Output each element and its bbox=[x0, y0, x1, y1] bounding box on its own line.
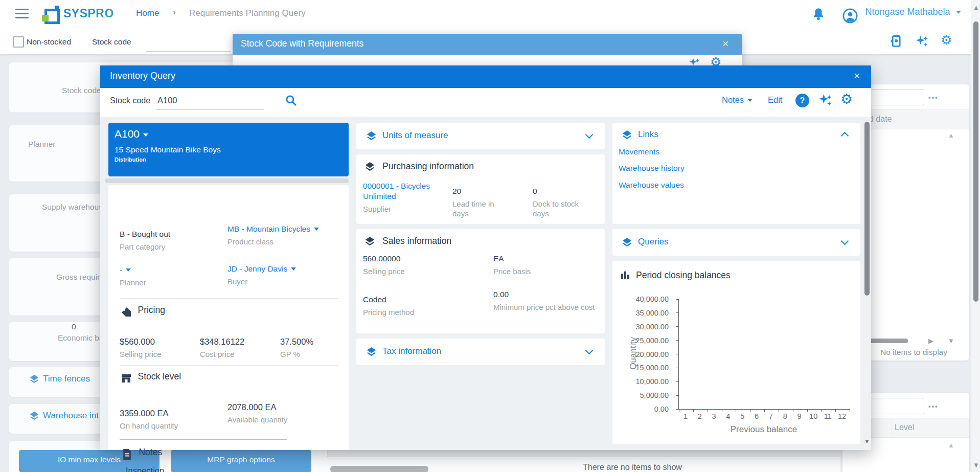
chevron-up-icon[interactable] bbox=[841, 132, 849, 140]
breadcrumb-chevron-icon: › bbox=[173, 7, 176, 17]
ai-sparkles-icon[interactable] bbox=[914, 34, 929, 51]
stock-code-requirements-toolbar-sliver: ⚙ bbox=[233, 55, 742, 65]
grid1-scroll-up-icon[interactable]: ▲ bbox=[948, 132, 954, 139]
price-basis-value: EA bbox=[493, 254, 531, 264]
notes-menu-button[interactable]: Notes bbox=[722, 95, 753, 105]
modal-scrollbar-thumb[interactable] bbox=[864, 122, 870, 296]
notification-bell-icon[interactable] bbox=[812, 7, 825, 24]
grid1-empty-text: No items to display bbox=[880, 348, 947, 357]
left-panel-horizontal-scrollbar[interactable] bbox=[105, 178, 349, 183]
edit-button[interactable]: Edit bbox=[768, 95, 782, 105]
pricing-method-value: Coded bbox=[363, 295, 414, 305]
modal-scrollbar[interactable]: ▼ bbox=[864, 118, 870, 449]
supplier-link[interactable]: 0000001 - Bicycles Unlimited bbox=[363, 181, 435, 201]
stock-code-filter-input[interactable] bbox=[146, 51, 231, 52]
stock-code-requirements-titlebar[interactable]: Stock Code with Requirements × bbox=[233, 34, 742, 55]
min-price-pct-label: Minimum price pct above cost bbox=[493, 302, 598, 312]
ai-sparkles-icon[interactable] bbox=[688, 56, 701, 65]
tax-info-card[interactable]: Tax information bbox=[356, 339, 605, 365]
page-scrollbar-thumb[interactable] bbox=[973, 21, 978, 302]
modal-stock-code-label: Stock code bbox=[110, 96, 150, 105]
inventory-query-title: Inventory Query bbox=[110, 71, 175, 81]
settings-gear-icon[interactable]: ⚙ bbox=[941, 34, 952, 47]
help-icon[interactable]: ? bbox=[795, 94, 809, 107]
price-basis-label: Price basis bbox=[493, 266, 531, 276]
gp-percent-label: GP % bbox=[280, 349, 313, 359]
modal-scroll-down-icon[interactable]: ▼ bbox=[864, 438, 870, 445]
warehouse-values-link[interactable]: Warehouse values bbox=[619, 181, 684, 190]
warehouse-history-link[interactable]: Warehouse history bbox=[619, 164, 685, 173]
user-caret-down-icon bbox=[956, 11, 961, 14]
grid1-scroll-down-icon[interactable]: ▼ bbox=[948, 338, 954, 344]
close-icon[interactable]: × bbox=[854, 70, 860, 82]
units-of-measure-card[interactable]: Units of measure bbox=[356, 123, 605, 149]
chart-y-tick: 5,000.00 bbox=[640, 391, 669, 399]
movements-link[interactable]: Movements bbox=[619, 147, 659, 156]
grid2-scroll-up-icon[interactable]: ▲ bbox=[948, 442, 954, 448]
breadcrumb-current: Requirements Planning Query bbox=[189, 8, 306, 18]
layers-icon bbox=[366, 130, 377, 144]
selling-price-value: $560.000 bbox=[120, 336, 162, 347]
dock-to-stock-value: 0 bbox=[533, 186, 597, 196]
cost-price-label: Cost price bbox=[200, 349, 244, 359]
modal-stock-code-value: A100 bbox=[157, 96, 177, 105]
on-hand-qty-value: 3359.000 EA bbox=[120, 408, 178, 418]
grid2-ellipsis-button[interactable]: ••• bbox=[928, 402, 939, 410]
search-icon[interactable] bbox=[284, 94, 298, 109]
modal-stock-code-input[interactable] bbox=[155, 109, 264, 109]
ai-sparkles-icon[interactable] bbox=[817, 92, 833, 110]
item-details-card: B - Bought out Part category MB - Mounta… bbox=[108, 185, 349, 450]
syspro-logo-text: SYSPRO bbox=[63, 7, 114, 20]
non-stocked-label: Non-stocked bbox=[27, 37, 71, 47]
item-summary-card[interactable]: A100 15 Speed Mountain Bike Boys Distrib… bbox=[108, 123, 349, 176]
chart-x-tick: 8 bbox=[778, 412, 792, 420]
chart-y-tick: 25,000.00 bbox=[635, 336, 669, 345]
user-menu[interactable]: Ntongase Mathabela bbox=[842, 7, 961, 26]
item-code-value: A100 bbox=[115, 128, 140, 140]
bg-economic-batch-value: 0 bbox=[72, 322, 76, 331]
inventory-query-titlebar[interactable]: Inventory Query × bbox=[100, 65, 871, 88]
selling-price-label: Selling price bbox=[120, 349, 162, 359]
period-closing-balances-card: Period closing balances 0.005,000.0010,0… bbox=[612, 261, 860, 444]
sales-info-title: Sales information bbox=[382, 236, 451, 246]
chart-x-tick: 10 bbox=[806, 412, 821, 420]
settings-gear-icon[interactable]: ⚙ bbox=[710, 56, 721, 65]
close-icon[interactable]: × bbox=[722, 37, 728, 50]
pricing-title: Pricing bbox=[138, 305, 165, 315]
grid1-scroll-right-icon[interactable]: ▶ bbox=[928, 338, 933, 344]
inspection-item[interactable]: Inspection bbox=[126, 465, 164, 472]
planner-link[interactable]: - bbox=[120, 265, 122, 274]
chart-x-tick: 1 bbox=[678, 412, 693, 420]
queries-card[interactable]: Queries bbox=[612, 229, 860, 256]
breadcrumb-home-link[interactable]: Home bbox=[136, 8, 159, 18]
page-scrollbar[interactable]: ▲ ▼ bbox=[971, 0, 980, 472]
device-settings-icon[interactable] bbox=[888, 34, 903, 51]
bg-planner-label: Planner bbox=[28, 139, 55, 149]
pricing-method-label: Pricing method bbox=[363, 307, 414, 317]
chart-y-tick: 0.00 bbox=[654, 405, 669, 413]
purchasing-info-card: Purchasing information 0000001 - Bicycle… bbox=[356, 154, 605, 224]
non-stocked-checkbox[interactable] bbox=[13, 36, 24, 48]
horizontal-scrollbar[interactable] bbox=[330, 466, 428, 472]
chevron-down-icon bbox=[841, 237, 849, 245]
queries-title: Queries bbox=[638, 237, 669, 247]
chart-x-tick: 3 bbox=[707, 412, 721, 420]
page-scroll-down-icon[interactable]: ▼ bbox=[973, 462, 979, 468]
hamburger-menu-icon[interactable] bbox=[15, 9, 29, 19]
product-class-link[interactable]: MB - Mountain Bicycles bbox=[227, 224, 310, 233]
chart-title: Period closing balances bbox=[636, 270, 731, 281]
layers-icon bbox=[364, 235, 376, 249]
grid1-ellipsis-button[interactable]: ••• bbox=[928, 94, 939, 101]
settings-gear-icon[interactable]: ⚙ bbox=[840, 93, 853, 106]
sales-selling-price-value: 560.00000 bbox=[363, 254, 405, 264]
user-name: Ntongase Mathabela bbox=[865, 7, 950, 17]
page-scroll-up-icon[interactable]: ▲ bbox=[973, 4, 979, 11]
buyer-link[interactable]: JD - Jenny Davis bbox=[227, 264, 287, 273]
user-avatar-icon bbox=[842, 8, 858, 26]
layers-icon bbox=[29, 373, 40, 387]
layers-icon bbox=[366, 346, 377, 359]
chart-y-tick: 30,000.00 bbox=[635, 323, 669, 331]
min-price-pct-value: 0.00 bbox=[493, 289, 598, 300]
mrp-graph-options-button[interactable]: MRP graph options bbox=[171, 450, 311, 472]
part-category-label: Part category bbox=[120, 242, 170, 252]
